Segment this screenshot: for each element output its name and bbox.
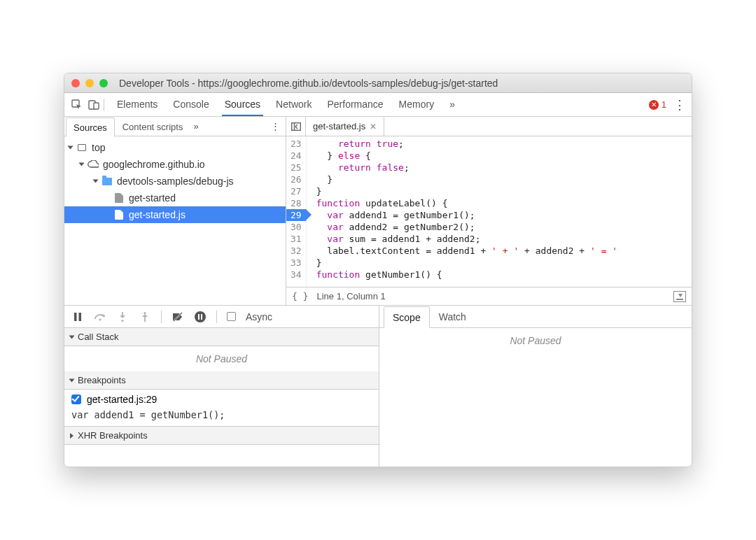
- tab-console[interactable]: Console: [172, 94, 210, 115]
- window-title: Developer Tools - https://googlechrome.g…: [119, 78, 498, 89]
- navigator-tab-sources[interactable]: Sources: [66, 118, 115, 137]
- async-checkbox[interactable]: [227, 312, 236, 321]
- code-line[interactable]: return true;: [316, 138, 617, 150]
- window-minimize-button[interactable]: [85, 79, 94, 87]
- code-line[interactable]: } else {: [316, 150, 617, 162]
- tab-memory[interactable]: Memory: [398, 94, 436, 115]
- step-out-icon[interactable]: [139, 311, 151, 323]
- breakpoint-checkbox[interactable]: [71, 395, 81, 404]
- tab-elements[interactable]: Elements: [115, 94, 159, 115]
- editor-tab[interactable]: get-started.js ✕: [306, 117, 384, 136]
- window-titlebar: Developer Tools - https://googlechrome.g…: [64, 73, 692, 93]
- tree-label: top: [92, 142, 105, 153]
- error-counter[interactable]: ✕ 1: [649, 99, 666, 110]
- panel-tabs: Elements Console Sources Network Perform…: [115, 94, 456, 115]
- line-number[interactable]: 32: [290, 245, 302, 257]
- error-icon: ✕: [649, 100, 659, 110]
- file-icon: [113, 192, 125, 204]
- window-zoom-button[interactable]: [99, 79, 108, 87]
- folder-icon: [102, 176, 113, 187]
- xhr-breakpoints-header[interactable]: XHR Breakpoints: [64, 427, 379, 445]
- disclosure-triangle-icon: [70, 433, 74, 439]
- call-stack-header[interactable]: Call Stack: [64, 328, 379, 346]
- code-line[interactable]: return false;: [316, 162, 617, 173]
- line-number[interactable]: 34: [290, 269, 302, 280]
- breakpoint-item[interactable]: get-started.js:29: [64, 390, 379, 409]
- step-into-icon[interactable]: [116, 311, 129, 323]
- code-text[interactable]: return true; } else { return false; }}fu…: [307, 136, 617, 287]
- code-line[interactable]: function updateLabel() {: [316, 197, 617, 209]
- line-number[interactable]: 25: [290, 162, 302, 173]
- editor-tab-label: get-started.js: [313, 121, 365, 132]
- navigator-tab-overflow[interactable]: »: [193, 121, 198, 132]
- tab-network[interactable]: Network: [274, 94, 313, 115]
- navigator-sidebar: Sources Content scripts » ⋮ top googlech…: [64, 117, 286, 305]
- navigator-more-icon[interactable]: ⋮: [271, 121, 280, 132]
- cursor-position: Line 1, Column 1: [316, 291, 385, 301]
- tree-top-frame[interactable]: top: [64, 139, 286, 156]
- code-line[interactable]: label.textContent = addend1 + ' + ' + ad…: [316, 245, 617, 257]
- close-tab-icon[interactable]: ✕: [370, 122, 377, 132]
- code-line[interactable]: }: [316, 257, 617, 269]
- cloud-icon: [88, 159, 99, 170]
- line-number[interactable]: 29: [286, 209, 306, 221]
- tab-watch[interactable]: Watch: [430, 306, 475, 327]
- code-area[interactable]: 232425262728293031323334 return true; } …: [286, 136, 692, 287]
- code-line[interactable]: }: [316, 173, 617, 185]
- toolbar-separator: [104, 99, 104, 111]
- inspect-element-icon[interactable]: [70, 98, 84, 112]
- scope-watch-tabs: Scope Watch: [379, 306, 692, 328]
- code-line[interactable]: }: [316, 185, 617, 197]
- tab-performance[interactable]: Performance: [326, 94, 384, 115]
- tree-label: devtools-samples/debug-js: [117, 176, 234, 187]
- tree-label: googlechrome.github.io: [103, 159, 205, 170]
- line-number-gutter[interactable]: 232425262728293031323334: [286, 136, 307, 287]
- line-number[interactable]: 31: [290, 233, 302, 245]
- async-label: Async: [246, 311, 272, 322]
- deactivate-breakpoints-icon[interactable]: [172, 311, 184, 323]
- line-number[interactable]: 23: [290, 138, 302, 150]
- frame-icon: [76, 142, 88, 153]
- tree-file[interactable]: get-started: [64, 190, 286, 206]
- debugger-right: Scope Watch Not Paused: [379, 306, 692, 467]
- code-line[interactable]: var addend1 = getNumber1();: [316, 209, 617, 221]
- tab-scope[interactable]: Scope: [384, 306, 430, 328]
- breakpoint-label: get-started.js:29: [87, 394, 157, 405]
- window-close-button[interactable]: [71, 79, 80, 87]
- devtools-toolbar: Elements Console Sources Network Perform…: [64, 93, 692, 117]
- breakpoints-header[interactable]: Breakpoints: [64, 371, 379, 390]
- code-line[interactable]: var addend2 = getNumber2();: [316, 221, 617, 233]
- pause-on-exceptions-icon[interactable]: [194, 311, 206, 323]
- device-toolbar-icon[interactable]: [87, 98, 101, 112]
- tab-sources[interactable]: Sources: [223, 94, 262, 115]
- code-line[interactable]: function getNumber1() {: [316, 269, 617, 280]
- pause-icon[interactable]: [71, 311, 84, 323]
- svg-point-8: [121, 319, 123, 321]
- line-number[interactable]: 26: [290, 173, 302, 185]
- editor-footer: { } Line 1, Column 1: [286, 287, 692, 305]
- show-console-icon[interactable]: [673, 291, 686, 302]
- svg-rect-3: [291, 122, 300, 130]
- line-number[interactable]: 30: [290, 221, 302, 233]
- error-count: 1: [662, 99, 666, 110]
- navigator-tab-content-scripts[interactable]: Content scripts: [115, 117, 191, 136]
- separator: [161, 311, 162, 323]
- tab-overflow[interactable]: »: [448, 94, 456, 115]
- line-number[interactable]: 33: [290, 257, 302, 269]
- call-stack-body: Not Paused: [64, 346, 379, 371]
- disclosure-triangle-icon: [69, 378, 75, 382]
- tree-label: get-started: [129, 192, 176, 204]
- debugger-panel: Async Call Stack Not Paused Breakpoints …: [64, 306, 692, 467]
- line-number[interactable]: 28: [290, 197, 302, 209]
- tree-origin[interactable]: googlechrome.github.io: [64, 156, 286, 173]
- settings-menu-icon[interactable]: ⋮: [673, 97, 686, 113]
- tree-file-selected[interactable]: get-started.js: [64, 206, 286, 223]
- step-over-icon[interactable]: [94, 311, 106, 323]
- toggle-navigator-icon[interactable]: [286, 117, 306, 136]
- editor-tabstrip: get-started.js ✕: [286, 117, 692, 136]
- pretty-print-icon[interactable]: { }: [292, 291, 308, 301]
- line-number[interactable]: 24: [290, 150, 302, 162]
- line-number[interactable]: 27: [290, 185, 302, 197]
- code-line[interactable]: var sum = addend1 + addend2;: [316, 233, 617, 245]
- tree-folder[interactable]: devtools-samples/debug-js: [64, 173, 286, 190]
